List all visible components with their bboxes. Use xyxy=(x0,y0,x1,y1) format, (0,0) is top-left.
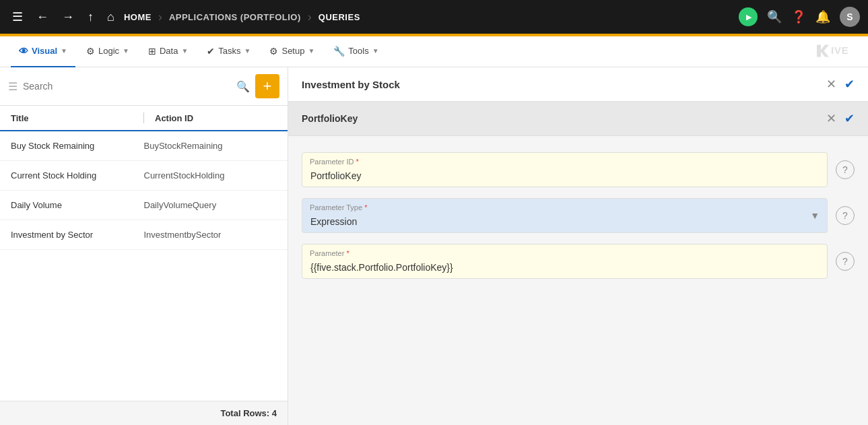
total-rows-label: Total Rows: 4 xyxy=(220,408,277,418)
tasks-icon: ✔ xyxy=(207,46,215,57)
table-header: Title Action ID xyxy=(0,106,288,131)
forward-icon[interactable]: → xyxy=(58,7,78,27)
search-icon[interactable]: 🔍 xyxy=(236,80,250,93)
right-panel: Investment by Stock ✕ ✔ PortfolioKey ✕ ✔… xyxy=(288,67,868,425)
search-topbar-icon[interactable]: 🔍 xyxy=(767,9,782,24)
main-panel-header: Investment by Stock ✕ ✔ xyxy=(288,67,868,102)
topbar-actions: 🔍 ❓ 🔔 S xyxy=(739,7,860,27)
param-id-help-icon[interactable]: ? xyxy=(836,160,855,179)
param-type-row: Parameter Type * Expression Value Sessio… xyxy=(302,198,855,233)
chevron-down-icon: ▼ xyxy=(244,47,251,55)
row-title: Buy Stock Remaining xyxy=(11,141,144,151)
sub-panel-title: PortfolioKey xyxy=(302,113,818,124)
main-confirm-icon[interactable]: ✔ xyxy=(844,77,855,92)
help-icon[interactable]: ❓ xyxy=(791,9,806,24)
param-value-input[interactable] xyxy=(302,244,828,279)
nav-item-setup[interactable]: ⚙ Setup ▼ xyxy=(261,36,323,67)
svg-text:IVE: IVE xyxy=(831,44,848,56)
column-divider xyxy=(143,112,144,123)
five-logo: IVE xyxy=(817,42,857,62)
chevron-down-icon: ▼ xyxy=(372,47,379,55)
topbar: ☰ ← → ↑ ⌂ HOME › APPLICATIONS (PORTFOLIO… xyxy=(0,0,868,34)
chevron-down-icon: ▼ xyxy=(181,47,188,55)
play-button[interactable] xyxy=(739,7,758,26)
nav-item-tools[interactable]: 🔧 Tools ▼ xyxy=(325,36,387,67)
chevron-down-icon: ▼ xyxy=(123,47,129,55)
table-row[interactable]: Buy Stock Remaining BuyStockRemaining xyxy=(0,131,288,161)
add-button[interactable]: + xyxy=(255,74,279,98)
navbar: 👁 Visual ▼ ⚙ Logic ▼ ⊞ Data ▼ ✔ Tasks ▼ … xyxy=(0,36,868,67)
param-type-help-icon[interactable]: ? xyxy=(836,206,855,225)
row-title: Investment by Sector xyxy=(11,230,144,240)
filter-icon: ☰ xyxy=(8,80,18,93)
breadcrumb-queries[interactable]: QUERIES xyxy=(319,12,360,22)
main-content: ☰ 🔍 + Title Action ID Buy Stock Remainin… xyxy=(0,67,868,425)
col-action-header: Action ID xyxy=(155,113,277,123)
avatar[interactable]: S xyxy=(840,7,860,27)
row-action: BuyStockRemaining xyxy=(144,141,277,151)
row-title: Daily Volume xyxy=(11,200,144,210)
back-icon[interactable]: ← xyxy=(32,7,53,27)
chevron-down-icon: ▼ xyxy=(61,47,67,55)
left-panel: ☰ 🔍 + Title Action ID Buy Stock Remainin… xyxy=(0,67,288,425)
nav-label-tools: Tools xyxy=(348,46,368,56)
nav-item-tasks[interactable]: ✔ Tasks ▼ xyxy=(199,36,259,67)
tools-icon: 🔧 xyxy=(333,46,345,57)
nav-label-data: Data xyxy=(160,46,178,56)
svg-marker-0 xyxy=(817,44,829,57)
param-value-help-icon[interactable]: ? xyxy=(836,252,855,271)
search-bar: ☰ 🔍 + xyxy=(0,67,288,106)
sub-panel-header: PortfolioKey ✕ ✔ xyxy=(288,102,868,136)
visual-icon: 👁 xyxy=(19,46,28,57)
param-id-row: Parameter ID * ? xyxy=(302,152,855,187)
setup-icon: ⚙ xyxy=(269,46,278,57)
nav-label-tasks: Tasks xyxy=(218,46,240,56)
breadcrumb-home[interactable]: HOME xyxy=(124,12,152,22)
chevron-down-icon: ▼ xyxy=(308,47,314,55)
notification-icon[interactable]: 🔔 xyxy=(815,9,830,24)
table-row[interactable]: Investment by Sector InvestmentbySector xyxy=(0,220,288,250)
logic-icon: ⚙ xyxy=(86,46,95,57)
row-action: InvestmentbySector xyxy=(144,230,277,240)
col-title-header: Title xyxy=(11,113,133,123)
nav-item-logic[interactable]: ⚙ Logic ▼ xyxy=(78,36,137,67)
left-footer: Total Rows: 4 xyxy=(0,401,288,425)
nav-label-logic: Logic xyxy=(98,46,119,56)
row-title: Current Stock Holding xyxy=(11,170,144,181)
param-value-row: Parameter * ? xyxy=(302,244,855,279)
search-input[interactable] xyxy=(23,81,231,92)
table-row[interactable]: Daily Volume DailyVolumeQuery xyxy=(0,191,288,220)
home-icon[interactable]: ⌂ xyxy=(103,7,119,27)
row-action: DailyVolumeQuery xyxy=(144,200,277,210)
main-panel-title: Investment by Stock xyxy=(302,79,818,90)
data-icon: ⊞ xyxy=(148,46,156,57)
main-close-icon[interactable]: ✕ xyxy=(826,77,836,92)
nav-label-setup: Setup xyxy=(281,46,304,56)
param-id-field: Parameter ID * xyxy=(302,152,828,187)
breadcrumb-applications[interactable]: APPLICATIONS (PORTFOLIO) xyxy=(169,12,301,22)
param-value-field: Parameter * xyxy=(302,244,828,279)
row-action: CurrentStockHolding xyxy=(144,170,277,181)
sub-close-icon[interactable]: ✕ xyxy=(826,111,836,126)
form-area: Parameter ID * ? Parameter Type * Expres… xyxy=(288,136,868,425)
up-icon[interactable]: ↑ xyxy=(84,7,98,27)
param-id-input[interactable] xyxy=(302,152,828,187)
table-row[interactable]: Current Stock Holding CurrentStockHoldin… xyxy=(0,161,288,191)
menu-icon[interactable]: ☰ xyxy=(8,7,27,27)
param-type-select[interactable]: Expression Value Session xyxy=(302,198,828,233)
param-type-field: Parameter Type * Expression Value Sessio… xyxy=(302,198,828,233)
sub-confirm-icon[interactable]: ✔ xyxy=(844,111,855,126)
table-body: Buy Stock Remaining BuyStockRemaining Cu… xyxy=(0,131,288,401)
nav-label-visual: Visual xyxy=(32,46,57,56)
nav-item-visual[interactable]: 👁 Visual ▼ xyxy=(11,36,75,67)
nav-item-data[interactable]: ⊞ Data ▼ xyxy=(140,36,196,67)
